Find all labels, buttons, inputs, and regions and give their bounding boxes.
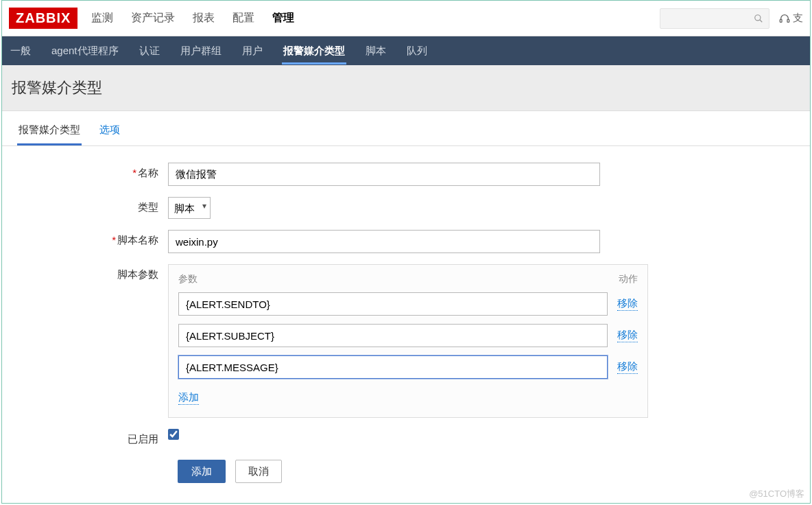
support-label: 支 — [793, 12, 803, 25]
tab-mediatype[interactable]: 报警媒介类型 — [17, 118, 82, 145]
sub-navbar: 一般 agent代理程序 认证 用户群组 用户 报警媒介类型 脚本 队列 — [2, 36, 810, 65]
subnav-general[interactable]: 一般 — [9, 38, 32, 64]
param-input-2[interactable] — [178, 355, 608, 379]
nav-config[interactable]: 配置 — [231, 1, 256, 35]
enabled-checkbox[interactable] — [168, 429, 179, 440]
nav-inventory[interactable]: 资产记录 — [130, 1, 176, 35]
brand-logo: ZABBIX — [9, 8, 77, 29]
param-row: 移除 — [178, 355, 638, 379]
svg-rect-3 — [787, 19, 789, 22]
topbar-right: 支 — [660, 8, 803, 29]
scriptname-label-text: 脚本名称 — [117, 234, 158, 246]
subnav-scripts[interactable]: 脚本 — [364, 38, 387, 64]
subnav-mediatypes[interactable]: 报警媒介类型 — [282, 38, 346, 64]
params-label: 脚本参数 — [17, 264, 168, 281]
subnav-queue[interactable]: 队列 — [405, 38, 429, 64]
form-tabs: 报警媒介类型 选项 — [2, 111, 810, 146]
type-label: 类型 — [17, 197, 168, 214]
row-name: *名称 — [17, 163, 795, 186]
tab-options[interactable]: 选项 — [98, 118, 121, 145]
row-params: 脚本参数 参数 动作 移除 移除 移除 添加 — [17, 264, 795, 418]
params-header: 参数 动作 — [178, 273, 638, 285]
nav-monitoring[interactable]: 监测 — [90, 1, 115, 35]
top-navbar: ZABBIX 监测 资产记录 报表 配置 管理 支 — [2, 1, 810, 36]
row-enabled: 已启用 — [17, 429, 795, 446]
nav-reports[interactable]: 报表 — [191, 1, 216, 35]
svg-line-1 — [760, 19, 763, 22]
subnav-users[interactable]: 用户 — [241, 38, 264, 64]
type-select[interactable]: 脚本 — [168, 197, 211, 219]
param-remove-1[interactable]: 移除 — [617, 329, 638, 342]
scriptname-label: *脚本名称 — [17, 230, 168, 247]
params-box: 参数 动作 移除 移除 移除 添加 — [168, 264, 648, 418]
page-title: 报警媒介类型 — [2, 65, 810, 111]
row-scriptname: *脚本名称 — [17, 230, 795, 253]
cancel-button[interactable]: 取消 — [235, 460, 282, 483]
form-buttons: 添加 取消 — [178, 460, 795, 483]
type-select-wrap: 脚本 — [168, 197, 211, 219]
param-remove-0[interactable]: 移除 — [617, 297, 638, 311]
param-input-1[interactable] — [178, 324, 608, 347]
subnav-usergroups[interactable]: 用户群组 — [179, 38, 223, 64]
name-label: *名称 — [17, 163, 168, 180]
enabled-label: 已启用 — [17, 429, 168, 446]
param-row: 移除 — [178, 292, 638, 316]
search-icon — [754, 14, 763, 23]
submit-button[interactable]: 添加 — [178, 460, 226, 483]
params-col-param: 参数 — [178, 273, 198, 285]
mediatype-form: *名称 类型 脚本 *脚本名称 脚本参数 参数 动作 移除 — [2, 146, 810, 500]
name-label-text: 名称 — [138, 167, 158, 178]
nav-admin[interactable]: 管理 — [271, 1, 296, 35]
watermark: @51CTO博客 — [749, 488, 804, 500]
name-input[interactable] — [168, 163, 600, 186]
params-col-action: 动作 — [619, 273, 638, 285]
svg-rect-2 — [780, 19, 782, 22]
top-menu: 监测 资产记录 报表 配置 管理 — [90, 1, 296, 35]
svg-point-0 — [755, 14, 761, 20]
param-remove-2[interactable]: 移除 — [617, 360, 638, 374]
param-input-0[interactable] — [178, 292, 608, 316]
param-row: 移除 — [178, 324, 638, 347]
subnav-proxies[interactable]: agent代理程序 — [50, 38, 120, 64]
param-add-link[interactable]: 添加 — [178, 391, 199, 405]
global-search[interactable] — [660, 8, 769, 29]
row-type: 类型 脚本 — [17, 197, 795, 219]
subnav-auth[interactable]: 认证 — [138, 38, 161, 64]
support-link[interactable]: 支 — [779, 12, 803, 25]
scriptname-input[interactable] — [168, 230, 600, 253]
headset-icon — [779, 13, 790, 24]
